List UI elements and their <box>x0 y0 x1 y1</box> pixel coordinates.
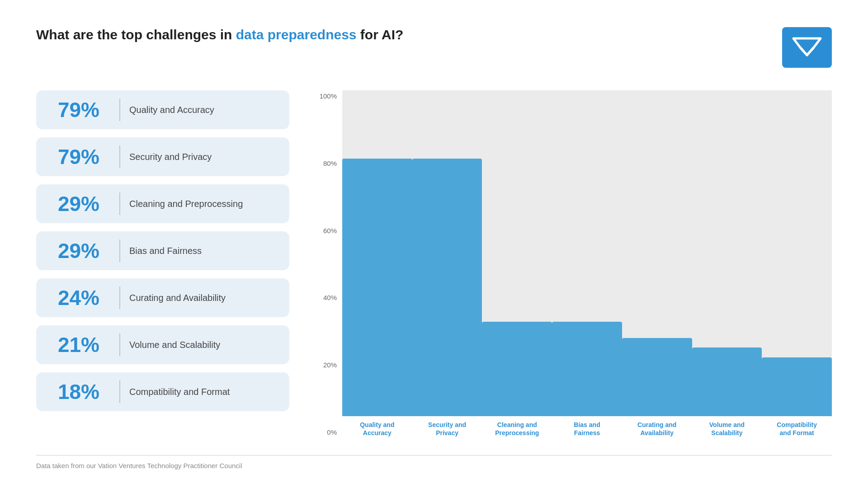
bar-fill <box>342 159 412 416</box>
bar-fill <box>482 322 552 416</box>
chart-body: Quality andAccuracySecurity andPrivacyCl… <box>342 90 832 437</box>
logo-icon <box>791 36 823 59</box>
footer-text: Data taken from our Vation Ventures Tech… <box>36 462 242 469</box>
bar-column <box>552 90 622 416</box>
page: What are the top challenges in data prep… <box>0 0 868 488</box>
stats-panel: 79% Quality and Accuracy 79% Security an… <box>36 90 289 441</box>
chart-panel: 100%80%60%40%20%0% Quality andAccuracySe… <box>316 90 832 441</box>
bar-column <box>762 90 832 416</box>
bar-column <box>342 90 412 416</box>
bar-fill <box>552 322 622 416</box>
title-prefix: What are the top challenges in <box>36 27 236 42</box>
bar-fill <box>412 159 482 416</box>
header: What are the top challenges in data prep… <box>36 27 832 68</box>
stat-pct: 21% <box>47 333 110 357</box>
stat-card: 18% Compatibility and Format <box>36 372 289 411</box>
y-axis-label: 80% <box>316 160 337 167</box>
stat-divider <box>119 145 120 168</box>
stat-pct: 24% <box>47 286 110 310</box>
stat-label: Quality and Accuracy <box>129 105 214 115</box>
y-axis: 100%80%60%40%20%0% <box>316 90 337 437</box>
x-labels: Quality andAccuracySecurity andPrivacyCl… <box>342 421 832 437</box>
y-axis-label: 40% <box>316 294 337 301</box>
stat-label: Compatibility and Format <box>129 387 230 397</box>
stat-card: 21% Volume and Scalability <box>36 325 289 364</box>
logo <box>782 27 832 68</box>
bars-area <box>342 90 832 416</box>
content-area: 79% Quality and Accuracy 79% Security an… <box>36 90 832 441</box>
bars-flex <box>342 90 832 416</box>
stat-divider <box>119 192 120 215</box>
stat-label: Volume and Scalability <box>129 340 220 350</box>
stat-card: 79% Security and Privacy <box>36 137 289 176</box>
svg-marker-0 <box>793 38 821 55</box>
stat-divider <box>119 333 120 356</box>
bar-column <box>412 90 482 416</box>
y-axis-label: 60% <box>316 227 337 235</box>
footer: Data taken from our Vation Ventures Tech… <box>36 455 832 470</box>
y-axis-label: 20% <box>316 361 337 369</box>
stat-divider <box>119 286 120 309</box>
x-axis-label: Bias andFairness <box>552 421 622 437</box>
stat-pct: 18% <box>47 380 110 404</box>
y-axis-label: 100% <box>316 92 337 100</box>
bar-fill <box>622 338 692 416</box>
stat-label: Bias and Fairness <box>129 246 202 256</box>
x-axis-label: Security andPrivacy <box>412 421 482 437</box>
y-axis-label: 0% <box>316 428 337 436</box>
bar-column <box>622 90 692 416</box>
stat-pct: 79% <box>47 145 110 169</box>
x-axis-label: Cleaning andPreprocessing <box>482 421 552 437</box>
x-axis-label: Quality andAccuracy <box>342 421 412 437</box>
stat-card: 29% Cleaning and Preprocessing <box>36 184 289 223</box>
stat-divider <box>119 380 120 403</box>
title-highlight: data preparedness <box>236 27 357 42</box>
bar-fill <box>762 357 832 416</box>
chart-area: 100%80%60%40%20%0% Quality andAccuracySe… <box>316 90 832 437</box>
stat-divider <box>119 239 120 262</box>
page-title: What are the top challenges in data prep… <box>36 27 403 42</box>
stat-label: Curating and Availability <box>129 293 226 303</box>
stat-card: 79% Quality and Accuracy <box>36 90 289 129</box>
stat-pct: 29% <box>47 239 110 263</box>
title-suffix: for AI? <box>357 27 404 42</box>
x-axis-label: Compatibilityand Format <box>762 421 832 437</box>
stat-card: 29% Bias and Fairness <box>36 231 289 270</box>
bar-fill <box>692 347 762 416</box>
x-axis-label: Volume andScalability <box>692 421 762 437</box>
stat-card: 24% Curating and Availability <box>36 278 289 317</box>
stat-label: Cleaning and Preprocessing <box>129 199 243 209</box>
stat-pct: 79% <box>47 98 110 122</box>
stat-label: Security and Privacy <box>129 152 212 162</box>
stat-pct: 29% <box>47 192 110 216</box>
bar-column <box>692 90 762 416</box>
bar-column <box>482 90 552 416</box>
x-axis-label: Curating andAvailability <box>622 421 692 437</box>
chart-wrapper: 100%80%60%40%20%0% Quality andAccuracySe… <box>316 90 832 437</box>
stat-divider <box>119 99 120 121</box>
